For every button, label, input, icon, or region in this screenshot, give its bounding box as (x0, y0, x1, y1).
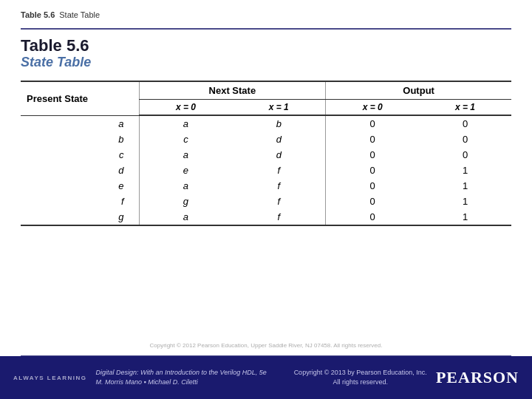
ns-x0-cell: a (139, 115, 232, 132)
present-state-cell: g (21, 209, 139, 225)
ns-x1-cell: f (232, 178, 325, 194)
ns-x1-cell: f (232, 194, 325, 209)
copyright-line1: Copyright © 2013 by Pearson Education, I… (294, 368, 427, 378)
out-x1-header: x = 1 (419, 100, 511, 116)
present-state-cell: e (21, 178, 139, 194)
out-x0-cell: 0 (326, 163, 419, 178)
out-x0-cell: 0 (326, 115, 419, 132)
out-x1-cell: 1 (419, 178, 511, 194)
always-learning-label: ALWAYS LEARNING (13, 375, 87, 381)
title-line1: Table 5.6 (21, 37, 511, 55)
ns-x1-cell: d (232, 147, 325, 163)
table-row: eaf01 (21, 178, 511, 194)
state-table: Present State Next State Output x = 0 x … (21, 81, 511, 226)
ns-x0-cell: g (139, 194, 232, 209)
pearson-logo: PEARSON (436, 368, 519, 387)
present-state-cell: c (21, 147, 139, 163)
present-state-header: Present State (21, 81, 139, 115)
present-state-cell: f (21, 194, 139, 209)
ns-x0-cell: e (139, 163, 232, 178)
top-label-title: State Table (59, 10, 100, 19)
ns-x0-header: x = 0 (139, 100, 232, 116)
out-x1-cell: 0 (419, 132, 511, 147)
ns-x0-cell: c (139, 132, 232, 147)
top-label-table: Table 5.6 (21, 10, 55, 19)
main-content: Table 5.6 State Table Present State Next… (21, 28, 511, 355)
title-block: Table 5.6 State Table (21, 37, 511, 70)
out-x0-header: x = 0 (326, 100, 419, 116)
top-label: Table 5.6 State Table (21, 10, 100, 19)
ns-x1-cell: b (232, 115, 325, 132)
out-x1-cell: 1 (419, 209, 511, 225)
out-x0-cell: 0 (326, 178, 419, 194)
bottom-bar: ALWAYS LEARNING Digital Design: With an … (0, 356, 532, 399)
ns-x0-cell: a (139, 209, 232, 225)
out-x1-cell: 0 (419, 147, 511, 163)
state-table-container: Present State Next State Output x = 0 x … (21, 81, 511, 226)
out-x0-cell: 0 (326, 194, 419, 209)
ns-x1-cell: f (232, 163, 325, 178)
ns-x1-cell: f (232, 209, 325, 225)
copyright-small: Copyright © 2012 Pearson Education, Uppe… (0, 342, 532, 349)
out-x0-cell: 0 (326, 209, 419, 225)
footer-copyright: Copyright © 2013 by Pearson Education, I… (294, 368, 427, 386)
book-line2: M. Morris Mano ▪ Michael D. Ciletti (96, 378, 285, 387)
book-line1: Digital Design: With an Introduction to … (96, 368, 285, 378)
out-x0-cell: 0 (326, 147, 419, 163)
book-info: Digital Design: With an Introduction to … (96, 368, 285, 386)
present-state-cell: a (21, 115, 139, 132)
out-x1-cell: 1 (419, 163, 511, 178)
present-state-cell: b (21, 132, 139, 147)
out-x1-cell: 0 (419, 115, 511, 132)
table-row: def01 (21, 163, 511, 178)
ns-x1-cell: d (232, 132, 325, 147)
present-state-cell: d (21, 163, 139, 178)
copyright-line2: All rights reserved. (294, 378, 427, 387)
table-row: cad00 (21, 147, 511, 163)
table-row: bcd00 (21, 132, 511, 147)
table-row: aab00 (21, 115, 511, 132)
table-row: fgf01 (21, 194, 511, 209)
ns-x1-header: x = 1 (232, 100, 325, 116)
next-state-header: Next State (139, 81, 326, 100)
ns-x0-cell: a (139, 178, 232, 194)
title-line2: State Table (21, 55, 511, 70)
table-header-row1: Present State Next State Output (21, 81, 511, 100)
output-header: Output (326, 81, 511, 100)
out-x1-cell: 1 (419, 194, 511, 209)
table-row: gaf01 (21, 209, 511, 225)
out-x0-cell: 0 (326, 132, 419, 147)
ns-x0-cell: a (139, 147, 232, 163)
